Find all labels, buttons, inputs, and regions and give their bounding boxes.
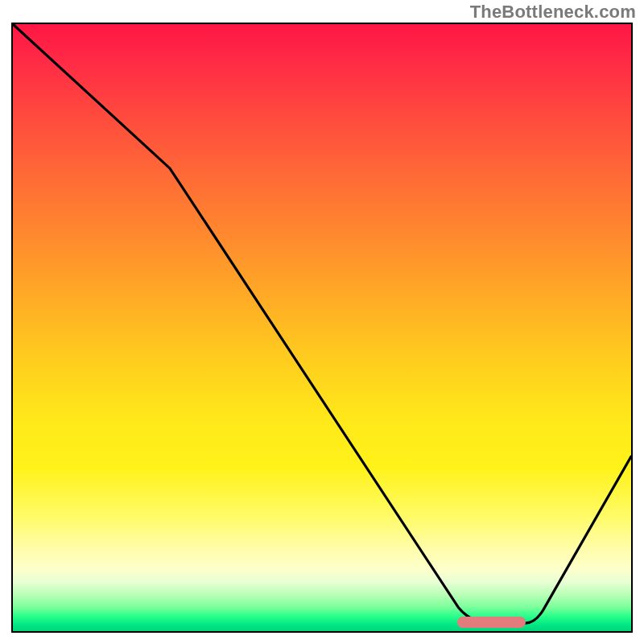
chart-root: TheBottleneck.com: [0, 0, 644, 644]
plot-area: [11, 23, 633, 633]
bottleneck-curve: [13, 24, 631, 631]
attribution-text: TheBottleneck.com: [470, 2, 636, 23]
optimum-marker: [457, 617, 526, 628]
curve-path: [13, 24, 631, 623]
